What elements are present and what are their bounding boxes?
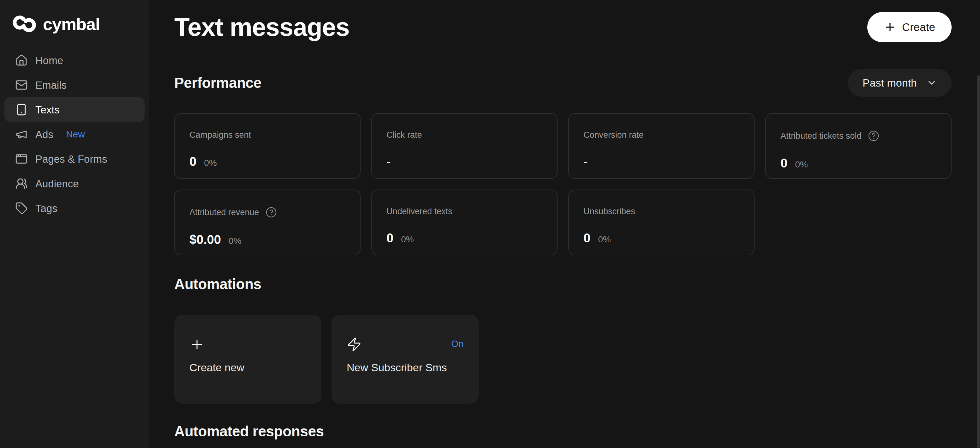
page-title: Text messages <box>174 13 350 42</box>
automation-card-label: Create new <box>189 362 306 374</box>
automation-card-new-subscriber-sms[interactable]: On New Subscriber Sms <box>331 315 479 404</box>
mail-icon <box>15 79 28 91</box>
performance-heading: Performance <box>174 74 261 91</box>
sidebar: cymbal Home Emails Texts Ads New Pages &… <box>0 0 149 448</box>
users-icon <box>15 177 28 190</box>
performance-section: Performance Past month Campaigns sent 0 … <box>174 69 951 255</box>
stat-card: Unsubscribes 0 0% <box>568 190 754 255</box>
stat-value: 0 <box>584 231 590 245</box>
app-root: cymbal Home Emails Texts Ads New Pages &… <box>0 0 980 448</box>
stat-label: Undelivered texts <box>387 207 452 217</box>
stat-label: Click rate <box>387 130 422 140</box>
stat-card: Attributed revenue $0.00 0% <box>174 190 361 255</box>
stat-label: Attributed revenue <box>189 207 259 217</box>
stat-value: - <box>584 155 587 169</box>
stat-delta: 0% <box>598 234 611 244</box>
sidebar-nav: Home Emails Texts Ads New Pages & Forms … <box>0 48 149 220</box>
app-window-icon <box>15 153 28 165</box>
automated-responses-section: Automated responses <box>174 423 951 440</box>
automation-status-badge: On <box>451 339 463 349</box>
automations-list: Create new On New Subscriber Sms <box>174 315 951 404</box>
create-button-label: Create <box>902 21 935 33</box>
automated-responses-heading: Automated responses <box>174 423 951 440</box>
automation-card-label: New Subscriber Sms <box>347 362 463 374</box>
stat-card: Attributed tickets sold 0 0% <box>765 113 951 179</box>
stat-value: 0 <box>189 155 196 169</box>
automation-card-create-new[interactable]: Create new <box>174 315 321 404</box>
stat-card: Conversion rate - <box>568 113 754 179</box>
smartphone-icon <box>15 103 28 116</box>
stat-label: Unsubscribes <box>584 207 635 217</box>
sidebar-item-emails[interactable]: Emails <box>5 73 145 97</box>
brand-logo[interactable]: cymbal <box>0 14 149 34</box>
stat-label: Campaigns sent <box>189 130 251 140</box>
sidebar-item-label: Audience <box>35 179 79 189</box>
stat-delta: 0% <box>795 159 808 170</box>
stat-value: - <box>387 155 391 169</box>
sidebar-item-ads[interactable]: Ads New <box>5 122 145 147</box>
sidebar-item-texts[interactable]: Texts <box>5 97 145 122</box>
tag-icon <box>15 202 28 215</box>
help-icon[interactable] <box>266 207 277 218</box>
plus-icon <box>884 21 896 33</box>
brand-name: cymbal <box>43 14 100 34</box>
home-icon <box>15 54 28 67</box>
scrollbar[interactable] <box>977 75 980 448</box>
stat-delta: 0% <box>229 236 241 246</box>
megaphone-icon <box>15 128 28 140</box>
chevron-down-icon <box>926 77 937 88</box>
stat-card: Click rate - <box>371 113 558 179</box>
period-selector-value: Past month <box>862 77 917 89</box>
stat-label: Attributed tickets sold <box>781 131 862 141</box>
sidebar-item-label: Pages & Forms <box>35 154 107 164</box>
create-button[interactable]: Create <box>867 12 951 42</box>
sidebar-item-audience[interactable]: Audience <box>5 171 145 196</box>
stat-delta: 0% <box>204 158 216 168</box>
sidebar-item-label: Texts <box>35 105 60 115</box>
sidebar-item-home[interactable]: Home <box>5 48 145 73</box>
automations-section: Automations Create new On New Subscriber… <box>174 276 951 404</box>
stats-grid: Campaigns sent 0 0% Click rate - Convers… <box>174 113 951 255</box>
performance-header: Performance Past month <box>174 69 951 97</box>
sidebar-item-label: Emails <box>35 80 67 90</box>
main-content: Text messages Create Performance Past mo… <box>149 0 980 448</box>
stat-delta: 0% <box>401 234 414 244</box>
plus-icon <box>189 337 205 352</box>
stat-label: Conversion rate <box>584 130 644 140</box>
sidebar-item-label: Home <box>35 55 63 66</box>
stat-card: Undelivered texts 0 0% <box>371 190 558 255</box>
brand-logo-icon <box>13 14 37 34</box>
stat-value: 0 <box>781 156 788 170</box>
sidebar-item-tags[interactable]: Tags <box>5 196 145 220</box>
sidebar-item-label: Tags <box>35 203 57 214</box>
new-badge: New <box>66 129 85 139</box>
help-icon[interactable] <box>868 130 879 142</box>
sidebar-item-label: Ads <box>35 129 53 140</box>
automations-heading: Automations <box>174 276 951 293</box>
stat-value: $0.00 <box>189 233 221 247</box>
stat-card: Campaigns sent 0 0% <box>174 113 361 179</box>
period-selector[interactable]: Past month <box>848 69 951 97</box>
page-header: Text messages Create <box>174 12 951 42</box>
zap-icon <box>347 337 362 352</box>
stat-value: 0 <box>387 231 393 245</box>
sidebar-item-pages-forms[interactable]: Pages & Forms <box>5 147 145 171</box>
